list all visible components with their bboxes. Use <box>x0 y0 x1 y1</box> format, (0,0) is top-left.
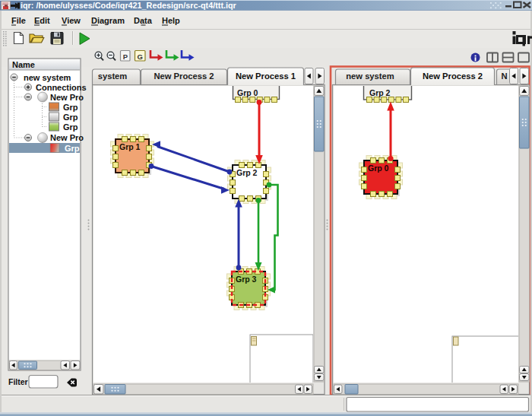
svg-text:new system: new system <box>346 71 394 81</box>
svg-text:New Process 1: New Process 1 <box>236 71 296 81</box>
svg-text:Grp: Grp <box>65 144 80 153</box>
svg-text:system: system <box>98 71 128 81</box>
svg-text:Grp 3: Grp 3 <box>236 275 257 284</box>
svg-text:Grp: Grp <box>63 113 78 122</box>
svg-text:G: G <box>138 52 143 61</box>
svg-text:Data: Data <box>134 16 153 25</box>
svg-text:View: View <box>62 16 81 25</box>
svg-text:Connections: Connections <box>36 83 87 92</box>
svg-text:Grp 0: Grp 0 <box>237 88 258 97</box>
svg-text:P: P <box>123 52 128 61</box>
svg-text:Help: Help <box>162 16 180 25</box>
svg-text:File: File <box>11 16 26 25</box>
svg-text:Edit: Edit <box>34 16 50 25</box>
svg-text:New Pro: New Pro <box>50 93 84 102</box>
svg-text:New Pro: New Pro <box>50 133 84 142</box>
svg-text:new system: new system <box>24 73 71 82</box>
svg-text:Grp 0: Grp 0 <box>368 164 389 173</box>
svg-text:Filter: Filter <box>8 377 28 386</box>
svg-text:Grp 2: Grp 2 <box>369 88 391 97</box>
svg-text:Name: Name <box>12 60 35 69</box>
svg-text:Grp 2: Grp 2 <box>236 168 258 177</box>
svg-text:Diagram: Diagram <box>91 16 125 25</box>
svg-text:New Process 2: New Process 2 <box>423 71 483 81</box>
svg-text:Grp: Grp <box>63 103 78 112</box>
svg-text:iqr: /home/ulysses/Code/iqr421: iqr: /home/ulysses/Code/iqr421_Redesign/… <box>21 1 237 10</box>
svg-text:Grp 1: Grp 1 <box>119 142 141 151</box>
svg-text:Grp: Grp <box>63 122 78 132</box>
svg-text:New Process 2: New Process 2 <box>154 71 214 81</box>
svg-text:N: N <box>501 71 507 81</box>
